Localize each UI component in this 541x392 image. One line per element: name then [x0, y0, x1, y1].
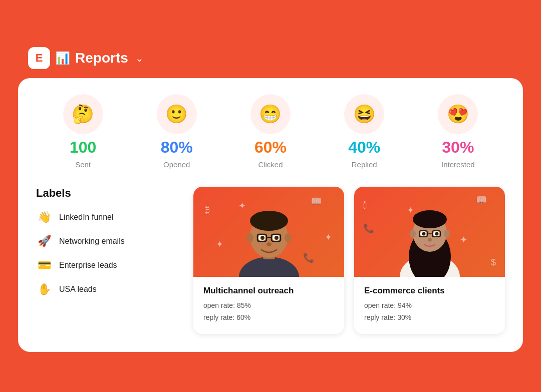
card-reply-rate-0: reply rate: 60%: [203, 312, 334, 324]
stat-item-replied: 😆 40% Replied: [344, 94, 384, 169]
bg-icon: ✦: [216, 239, 223, 250]
bg-icon: ✦: [325, 232, 332, 243]
card-reply-rate-1: reply rate: 30%: [364, 312, 495, 324]
stat-value-4: 30%: [442, 139, 474, 155]
card-open-rate-0: open rate: 85%: [203, 300, 334, 312]
stat-item-interested: 😍 30% Interested: [438, 94, 478, 169]
card-open-rate-1: open rate: 94%: [364, 300, 495, 312]
stat-emoji-0: 🤔: [72, 104, 94, 125]
svg-point-3: [250, 211, 288, 231]
emoji-circle-2: 😁: [250, 94, 291, 134]
stat-value-3: 40%: [348, 139, 380, 155]
svg-point-20: [444, 230, 450, 238]
card-image-1: ₿📖✦📞$✦: [354, 187, 505, 277]
bg-icon: 📖: [476, 194, 487, 205]
label-emoji-1: 🚀: [36, 235, 52, 248]
emoji-circle-1: 🙂: [157, 94, 197, 134]
logo: E: [28, 47, 50, 69]
stat-value-0: 100: [70, 139, 96, 155]
emoji-circle-0: 🤔: [63, 94, 103, 134]
svg-point-28: [428, 238, 432, 242]
label-text-3: USA leads: [59, 285, 97, 294]
svg-point-9: [275, 236, 279, 240]
stat-item-sent: 🤔 100 Sent: [63, 94, 103, 169]
svg-point-0: [239, 257, 299, 277]
labels-title: Labels: [36, 187, 181, 200]
stats-row: 🤔 100 Sent 🙂 80% Opened 😁 60% Clicked 😆 …: [36, 94, 505, 169]
svg-point-18: [413, 210, 447, 228]
person-avatar-0: [234, 192, 304, 277]
stat-emoji-3: 😆: [353, 104, 376, 125]
stat-value-2: 60%: [254, 139, 287, 155]
cards-panel: ₿📖✦✦📞✦: [193, 187, 505, 334]
page-title: Reports: [75, 50, 128, 66]
campaign-card-0[interactable]: ₿📖✦✦📞✦: [193, 187, 344, 334]
labels-panel: Labels 👋 LinkedIn funnel 🚀 Networking em…: [36, 187, 181, 334]
label-item-0[interactable]: 👋 LinkedIn funnel: [36, 211, 181, 224]
bg-icon: 📖: [311, 196, 322, 207]
bg-icon: 📞: [303, 252, 314, 263]
svg-point-13: [266, 242, 272, 246]
label-emoji-3: ✋: [36, 283, 52, 296]
emoji-circle-4: 😍: [438, 94, 478, 134]
label-emoji-2: 💳: [36, 259, 52, 272]
label-emoji-0: 👋: [36, 211, 52, 224]
app-container: E 📊 Reports ⌄ 🤔 100 Sent 🙂 80% Opened 😁 …: [10, 32, 531, 360]
label-text-0: LinkedIn funnel: [59, 213, 114, 222]
svg-point-23: [422, 232, 425, 236]
stat-value-1: 80%: [161, 139, 193, 155]
label-item-1[interactable]: 🚀 Networking emails: [36, 235, 181, 248]
stat-label-3: Replied: [352, 160, 377, 169]
card-info-0: Multichannel outreach open rate: 85% rep…: [193, 277, 344, 334]
stat-label-0: Sent: [75, 160, 91, 169]
campaign-card-1[interactable]: ₿📖✦📞$✦: [354, 187, 505, 334]
stat-label-4: Interested: [441, 160, 475, 169]
reports-icon: 📊: [55, 51, 70, 65]
label-item-2[interactable]: 💳 Enterprise leads: [36, 259, 181, 272]
stat-label-2: Clicked: [258, 160, 283, 169]
main-card: 🤔 100 Sent 🙂 80% Opened 😁 60% Clicked 😆 …: [18, 78, 523, 352]
chevron-down-icon[interactable]: ⌄: [135, 52, 144, 64]
emoji-circle-3: 😆: [344, 94, 384, 134]
card-info-1: E-commerce clients open rate: 94% reply …: [354, 277, 505, 334]
header-bar: E 📊 Reports ⌄: [18, 40, 523, 78]
label-item-3[interactable]: ✋ USA leads: [36, 283, 181, 296]
svg-point-8: [260, 236, 264, 240]
stat-item-opened: 🙂 80% Opened: [157, 94, 197, 169]
stat-emoji-1: 🙂: [165, 104, 188, 125]
card-title-1: E-commerce clients: [364, 286, 495, 296]
card-image-0: ₿📖✦✦📞✦: [193, 187, 344, 277]
bg-icon: ₿: [205, 205, 210, 215]
person-avatar-1: [395, 192, 465, 277]
stat-label-1: Opened: [163, 160, 190, 169]
label-text-1: Networking emails: [59, 237, 125, 246]
svg-point-19: [410, 230, 416, 238]
bottom-section: Labels 👋 LinkedIn funnel 🚀 Networking em…: [36, 187, 505, 334]
card-title-0: Multichannel outreach: [203, 286, 334, 296]
label-text-2: Enterprise leads: [59, 261, 117, 270]
stat-emoji-4: 😍: [447, 104, 469, 125]
svg-point-4: [246, 233, 253, 242]
svg-point-24: [435, 232, 438, 236]
bg-icon: $: [491, 257, 496, 268]
svg-point-5: [285, 233, 292, 242]
stat-item-clicked: 😁 60% Clicked: [250, 94, 291, 169]
bg-icon: 📞: [363, 223, 374, 234]
bg-icon: ₿: [363, 200, 368, 211]
stat-emoji-2: 😁: [259, 104, 282, 125]
